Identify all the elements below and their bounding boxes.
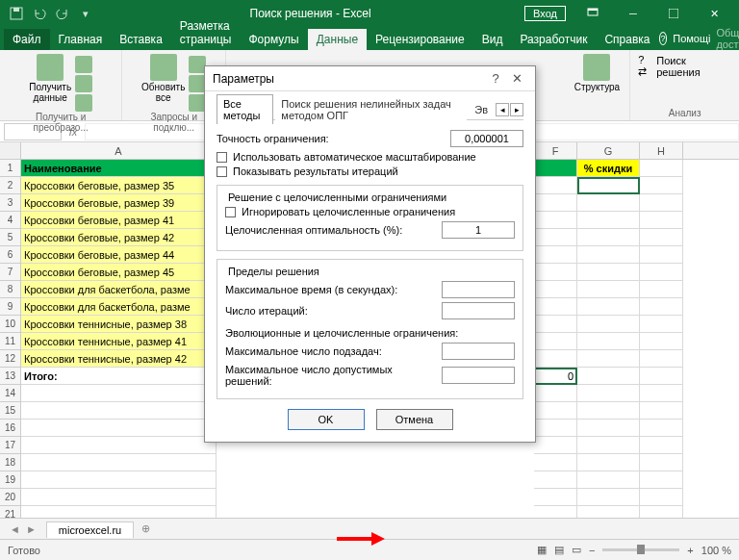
int-optimality-input[interactable] <box>442 221 515 239</box>
cell[interactable] <box>534 316 577 333</box>
cell[interactable] <box>577 177 640 194</box>
cell[interactable] <box>534 489 577 506</box>
cell[interactable] <box>640 229 683 246</box>
precision-input[interactable] <box>450 130 523 147</box>
row-header[interactable]: 20 <box>0 489 21 506</box>
cell[interactable]: Кроссовки беговые, размер 45 <box>21 264 217 281</box>
cell[interactable] <box>640 454 683 471</box>
cell[interactable] <box>640 160 683 177</box>
col-header-f[interactable]: F <box>534 142 577 159</box>
cell[interactable] <box>534 333 577 350</box>
from-text-icon[interactable] <box>75 56 92 73</box>
cell[interactable] <box>21 454 217 471</box>
undo-icon[interactable] <box>29 3 50 24</box>
view-pagebreak-icon[interactable]: ▭ <box>572 544 581 556</box>
view-normal-icon[interactable]: ▦ <box>537 544 547 556</box>
cell[interactable]: Итого: <box>21 368 217 385</box>
cell[interactable] <box>577 264 640 281</box>
cell[interactable] <box>577 402 640 420</box>
row-header[interactable]: 6 <box>0 246 21 264</box>
cell[interactable] <box>577 437 640 454</box>
cell[interactable] <box>577 368 640 385</box>
cell[interactable]: 0 <box>534 368 577 385</box>
cell[interactable] <box>640 194 683 212</box>
new-sheet-icon[interactable]: ⊕ <box>134 522 158 535</box>
from-table-icon[interactable] <box>75 94 92 112</box>
cell[interactable] <box>577 212 640 229</box>
row-header[interactable]: 14 <box>0 385 21 402</box>
cell[interactable] <box>640 264 683 281</box>
outline-button[interactable]: Структура <box>574 52 620 106</box>
cell[interactable] <box>21 437 217 454</box>
cell[interactable] <box>534 160 577 177</box>
row-header[interactable]: 7 <box>0 264 21 281</box>
cell[interactable] <box>577 281 640 298</box>
cell[interactable] <box>21 402 217 420</box>
cell[interactable]: Кроссовки для баскетбола, разме <box>21 281 217 298</box>
dialog-help-icon[interactable]: ? <box>485 71 506 86</box>
cell[interactable] <box>577 420 640 437</box>
cell[interactable] <box>640 350 683 368</box>
cancel-button[interactable]: Отмена <box>376 409 453 430</box>
show-iterations-checkbox[interactable]: Показывать результаты итераций <box>217 165 523 177</box>
row-header[interactable]: 4 <box>0 212 21 229</box>
cell[interactable] <box>640 246 683 264</box>
cell[interactable] <box>534 350 577 368</box>
cell[interactable]: Кроссовки беговые, размер 35 <box>21 177 217 194</box>
cell[interactable] <box>577 489 640 506</box>
cell[interactable]: Кроссовки беговые, размер 41 <box>21 212 217 229</box>
max-subproblems-input[interactable] <box>442 343 515 360</box>
maximize-icon[interactable] <box>654 2 693 25</box>
cell[interactable]: Наименование <box>21 160 217 177</box>
tab-developer[interactable]: Разработчик <box>511 29 596 50</box>
zoom-in-icon[interactable]: + <box>687 545 693 556</box>
login-button[interactable]: Вход <box>524 6 566 21</box>
get-data-button[interactable]: Получить данные <box>29 52 71 106</box>
ignore-integer-checkbox[interactable]: Игнорировать целочисленные ограничения <box>225 206 515 217</box>
dlg-tab-grg[interactable]: Поиск решения нелинейных задач методом О… <box>275 95 467 124</box>
zoom-slider[interactable] <box>602 548 679 551</box>
select-all-corner[interactable] <box>0 142 21 159</box>
tab-formulas[interactable]: Формулы <box>240 29 307 50</box>
row-header[interactable]: 16 <box>0 420 21 437</box>
cell[interactable] <box>640 316 683 333</box>
row-header[interactable]: 11 <box>0 333 21 350</box>
cell[interactable] <box>534 454 577 471</box>
row-header[interactable]: 17 <box>0 437 21 454</box>
zoom-level[interactable]: 100 % <box>701 545 731 556</box>
cell[interactable] <box>577 471 640 489</box>
cell[interactable] <box>577 316 640 333</box>
col-header-h[interactable]: H <box>640 142 683 159</box>
cell[interactable] <box>640 420 683 437</box>
cell[interactable] <box>534 264 577 281</box>
cell[interactable] <box>640 385 683 402</box>
tab-scroll-left-icon[interactable]: ◂ <box>496 103 509 116</box>
row-header[interactable]: 5 <box>0 229 21 246</box>
refresh-all-button[interactable]: Обновить все <box>141 52 185 106</box>
row-header[interactable]: 1 <box>0 160 21 177</box>
cell[interactable]: Кроссовки теннисные, размер 38 <box>21 316 217 333</box>
cell[interactable] <box>21 489 217 506</box>
row-header[interactable]: 8 <box>0 281 21 298</box>
cell[interactable]: Кроссовки беговые, размер 39 <box>21 194 217 212</box>
cell[interactable] <box>534 420 577 437</box>
cell[interactable] <box>640 368 683 385</box>
row-header[interactable]: 15 <box>0 402 21 420</box>
tab-home[interactable]: Главная <box>50 29 112 50</box>
sheet-nav-prev-icon[interactable]: ◄ <box>10 523 20 535</box>
cell[interactable]: Кроссовки беговые, размер 44 <box>21 246 217 264</box>
ok-button[interactable]: OK <box>288 409 365 430</box>
close-icon[interactable]: ✕ <box>695 2 733 25</box>
cell[interactable] <box>577 454 640 471</box>
cell[interactable] <box>577 333 640 350</box>
cell[interactable]: Кроссовки теннисные, размер 41 <box>21 333 217 350</box>
cell[interactable] <box>640 177 683 194</box>
tab-file[interactable]: Файл <box>4 29 50 50</box>
tab-insert[interactable]: Вставка <box>111 29 171 50</box>
cell[interactable] <box>534 298 577 316</box>
row-header[interactable]: 13 <box>0 368 21 385</box>
cell[interactable] <box>534 229 577 246</box>
qa-dropdown-icon[interactable]: ▾ <box>75 3 96 24</box>
cell[interactable] <box>21 420 217 437</box>
cell[interactable] <box>534 402 577 420</box>
